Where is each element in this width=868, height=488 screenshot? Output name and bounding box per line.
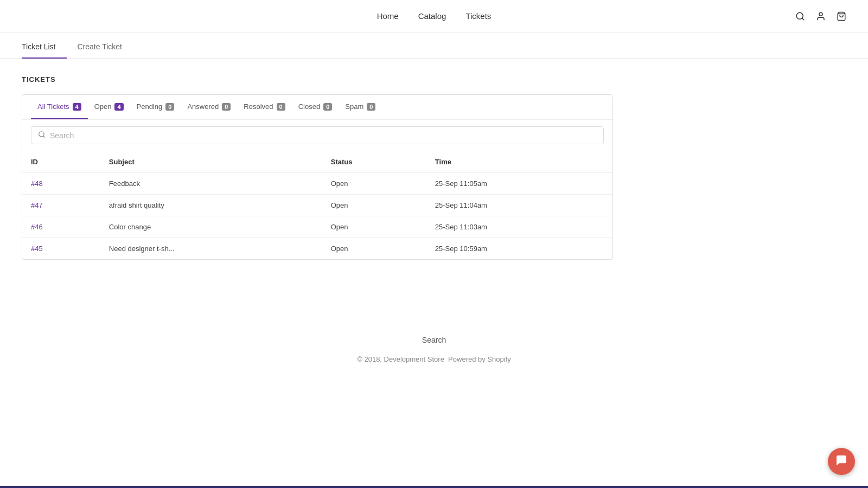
page-tabs: Ticket List Create Ticket: [0, 35, 868, 59]
col-subject: Subject: [100, 151, 322, 173]
search-icon: [38, 131, 46, 140]
chat-icon: [835, 454, 847, 469]
cell-status: Open: [322, 238, 426, 260]
tickets-table: ID Subject Status Time #48 Feedback Open…: [22, 151, 612, 259]
search-input[interactable]: [50, 131, 597, 140]
cell-status: Open: [322, 173, 426, 195]
filter-tab-open-badge: 4: [114, 103, 123, 111]
ticket-id-link[interactable]: #47: [31, 201, 43, 209]
col-time: Time: [426, 151, 612, 173]
filter-tab-answered-badge: 0: [222, 103, 231, 111]
nav-tickets[interactable]: Tickets: [465, 11, 491, 21]
nav-home[interactable]: Home: [377, 11, 399, 21]
filter-tab-all-label: All Tickets: [37, 102, 69, 111]
filter-tab-resolved-label: Resolved: [244, 102, 273, 111]
cell-subject: Color change: [100, 216, 322, 238]
filter-tab-all[interactable]: All Tickets 4: [31, 95, 88, 119]
filter-tab-resolved[interactable]: Resolved 0: [237, 95, 291, 119]
ticket-id-link[interactable]: #45: [31, 245, 43, 253]
header: Home Catalog Tickets: [0, 0, 868, 33]
ticket-id-link[interactable]: #48: [31, 179, 43, 188]
filter-tab-pending-label: Pending: [137, 102, 163, 111]
filter-tab-closed[interactable]: Closed 0: [292, 95, 339, 119]
footer: Search © 2018, Development Store Powered…: [0, 319, 868, 374]
filter-tab-spam-label: Spam: [345, 102, 363, 111]
header-right: [491, 11, 846, 21]
cell-status: Open: [322, 195, 426, 216]
ticket-id-link[interactable]: #46: [31, 223, 43, 231]
cell-subject: Need designer t-sh...: [100, 238, 322, 260]
filter-tab-all-badge: 4: [73, 103, 81, 111]
table-row[interactable]: #46 Color change Open 25-Sep 11:03am: [22, 216, 612, 238]
filter-tab-spam-badge: 0: [367, 103, 375, 111]
table-body: #48 Feedback Open 25-Sep 11:05am #47 afr…: [22, 173, 612, 260]
filter-tab-answered[interactable]: Answered 0: [181, 95, 237, 119]
main-content: TICKETS All Tickets 4 Open 4 Pending 0 A…: [0, 59, 868, 276]
cell-subject: afraid shirt quality: [100, 195, 322, 216]
search-container: [22, 120, 612, 151]
cell-time: 25-Sep 11:03am: [426, 216, 612, 238]
filter-tab-closed-label: Closed: [298, 102, 320, 111]
table-header: ID Subject Status Time: [22, 151, 612, 173]
filter-tabs: All Tickets 4 Open 4 Pending 0 Answered …: [22, 95, 612, 120]
filter-tab-answered-label: Answered: [187, 102, 219, 111]
chat-button[interactable]: [828, 448, 855, 475]
section-title: TICKETS: [22, 75, 846, 84]
svg-line-5: [43, 136, 45, 138]
table-row[interactable]: #47 afraid shirt quality Open 25-Sep 11:…: [22, 195, 612, 216]
svg-point-2: [819, 12, 822, 16]
tab-ticket-list[interactable]: Ticket List: [22, 35, 67, 59]
cell-status: Open: [322, 216, 426, 238]
filter-tab-open[interactable]: Open 4: [88, 95, 130, 119]
col-id: ID: [22, 151, 100, 173]
tab-create-ticket[interactable]: Create Ticket: [78, 35, 133, 59]
filter-tab-pending[interactable]: Pending 0: [130, 95, 181, 119]
filter-tab-pending-badge: 0: [165, 103, 174, 111]
filter-tab-resolved-badge: 0: [277, 103, 285, 111]
table-row[interactable]: #48 Feedback Open 25-Sep 11:05am: [22, 173, 612, 195]
cell-id: #47: [22, 195, 100, 216]
search-input-wrapper: [31, 126, 604, 144]
col-status: Status: [322, 151, 426, 173]
footer-search-link[interactable]: Search: [0, 336, 868, 344]
footer-bottom-bar: [0, 486, 868, 488]
cell-subject: Feedback: [100, 173, 322, 195]
ticket-container: All Tickets 4 Open 4 Pending 0 Answered …: [22, 94, 613, 260]
cell-id: #45: [22, 238, 100, 260]
svg-line-1: [802, 18, 804, 20]
cell-id: #48: [22, 173, 100, 195]
footer-copyright: © 2018, Development Store Powered by Sho…: [0, 355, 868, 363]
main-nav: Home Catalog Tickets: [377, 11, 492, 21]
cell-time: 25-Sep 10:59am: [426, 238, 612, 260]
user-icon[interactable]: [816, 11, 826, 21]
nav-catalog[interactable]: Catalog: [418, 11, 446, 21]
cart-icon[interactable]: [837, 11, 846, 21]
cell-id: #46: [22, 216, 100, 238]
search-icon[interactable]: [795, 11, 805, 21]
cell-time: 25-Sep 11:04am: [426, 195, 612, 216]
cell-time: 25-Sep 11:05am: [426, 173, 612, 195]
filter-tab-closed-badge: 0: [323, 103, 332, 111]
filter-tab-open-label: Open: [94, 102, 112, 111]
filter-tab-spam[interactable]: Spam 0: [339, 95, 382, 119]
table-row[interactable]: #45 Need designer t-sh... Open 25-Sep 10…: [22, 238, 612, 260]
